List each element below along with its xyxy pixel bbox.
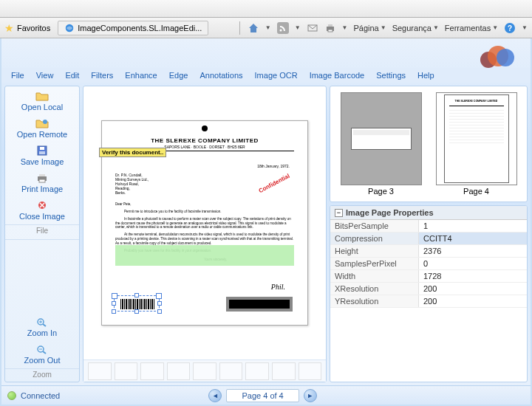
sticky-note-annotation[interactable]: Verify this document.. xyxy=(99,148,166,157)
property-row[interactable]: BitsPerSample1 xyxy=(330,220,527,233)
menu-edge[interactable]: Edge xyxy=(164,69,194,81)
favorites-star-icon: ★ xyxy=(4,22,14,34)
doc-recipient: Dr. P.N. Cundall, Mining Surveys Ltd., H… xyxy=(115,173,149,195)
menu-page[interactable]: Página▼ xyxy=(353,24,386,32)
menu-enhance[interactable]: Enhance xyxy=(120,69,162,81)
rss-icon[interactable] xyxy=(277,22,289,34)
favorites-label[interactable]: Favoritos xyxy=(17,24,50,32)
tool-thumb[interactable] xyxy=(115,362,138,380)
status-bar: Connected ◄ Page 4 of 4 ► xyxy=(1,385,531,405)
property-key: SamplesPerPixel xyxy=(330,258,419,269)
doc-date: 18th January, 1972. xyxy=(257,164,290,168)
pager: ◄ Page 4 of 4 ► xyxy=(208,389,316,402)
tool-thumb[interactable] xyxy=(193,362,216,380)
print-icon[interactable] xyxy=(324,22,336,34)
sidebar-group-file: File xyxy=(5,224,79,238)
document-viewer: THE SLEREXE COMPANY LIMITED SAPORS LANE … xyxy=(83,86,327,382)
property-key: BitsPerSample xyxy=(330,220,419,232)
tool-thumb[interactable] xyxy=(219,362,243,380)
sidebar: Open Local Open Remote Save Image Print … xyxy=(4,86,80,382)
doc-company: THE SLEREXE COMPANY LIMITED xyxy=(115,137,294,144)
property-row[interactable]: SamplesPerPixel0 xyxy=(330,258,527,270)
thumb-label: Page 4 xyxy=(436,187,517,196)
browser-tab[interactable]: ImageComponents.SL.ImageEdi... xyxy=(58,21,208,35)
svg-rect-6 xyxy=(328,30,332,32)
property-key: Compression xyxy=(330,233,419,244)
svg-text:?: ? xyxy=(508,24,512,32)
page-thumbnail-3[interactable]: Page 3 xyxy=(341,92,422,196)
property-value: 200 xyxy=(419,295,527,307)
menu-security[interactable]: Segurança▼ xyxy=(392,24,439,32)
print-image-button[interactable]: Print Image xyxy=(5,168,79,196)
page-indicator: Page 4 of 4 xyxy=(226,389,299,402)
svg-rect-15 xyxy=(39,179,45,182)
menu-view[interactable]: View xyxy=(31,69,59,81)
page-thumbnail-4[interactable]: THE SLEREXE COMPANY LIMITED Page 4 xyxy=(436,92,517,196)
tool-thumb[interactable] xyxy=(140,362,164,380)
zoom-out-icon xyxy=(35,344,49,354)
menu-tools[interactable]: Ferramentas▼ xyxy=(445,24,498,32)
property-value: 1728 xyxy=(419,270,527,282)
property-value: 1 xyxy=(419,220,527,232)
annotation-toolstrip xyxy=(83,359,326,382)
zoom-in-button[interactable]: Zoom In xyxy=(5,312,79,340)
tool-thumb[interactable] xyxy=(88,362,112,380)
app-logo xyxy=(480,44,517,68)
browser-favorites-bar: ★ Favoritos ImageComponents.SL.ImageEdi.… xyxy=(0,18,532,38)
close-icon xyxy=(35,200,49,210)
confidential-stamp[interactable]: Confidential xyxy=(257,173,290,195)
svg-rect-12 xyxy=(39,151,45,154)
svg-rect-11 xyxy=(40,147,44,150)
open-remote-button[interactable]: Open Remote xyxy=(5,114,79,141)
zoom-out-button[interactable]: Zoom Out xyxy=(5,340,79,367)
mail-icon[interactable] xyxy=(307,22,318,34)
svg-point-9 xyxy=(43,120,47,124)
redaction-annotation[interactable] xyxy=(226,297,293,312)
menu-file[interactable]: File xyxy=(6,69,30,81)
property-row[interactable]: CompressionCCITT4 xyxy=(330,233,527,245)
app-menubar: File View Edit Filters Enhance Edge Anno… xyxy=(1,68,531,83)
property-key: Width xyxy=(330,270,419,282)
zoom-in-icon xyxy=(35,317,49,327)
tool-thumb[interactable] xyxy=(245,362,269,380)
close-image-button[interactable]: Close Image xyxy=(5,196,79,223)
save-icon xyxy=(35,145,49,156)
thumbnail-panel: Page 3 THE SLEREXE COMPANY LIMITED Page … xyxy=(330,86,528,202)
svg-point-2 xyxy=(279,29,282,31)
properties-grid[interactable]: BitsPerSample1CompressionCCITT4Height237… xyxy=(330,220,527,382)
menu-filters[interactable]: Filters xyxy=(86,69,118,81)
menu-image-ocr[interactable]: Image OCR xyxy=(250,69,303,81)
svg-rect-5 xyxy=(328,24,332,27)
property-row[interactable]: Width1728 xyxy=(330,270,527,283)
property-row[interactable]: XResolution200 xyxy=(330,283,527,295)
open-local-button[interactable]: Open Local xyxy=(5,86,79,114)
home-icon[interactable] xyxy=(248,22,259,34)
collapse-icon[interactable]: − xyxy=(335,209,343,217)
tool-thumb[interactable] xyxy=(272,362,296,380)
properties-header[interactable]: − Image Page Properties xyxy=(330,206,527,220)
property-row[interactable]: YResolution200 xyxy=(330,295,527,308)
highlight-annotation[interactable] xyxy=(115,245,294,266)
folder-icon xyxy=(35,91,49,101)
menu-annotations[interactable]: Annotations xyxy=(194,69,248,81)
tool-thumb[interactable] xyxy=(167,362,191,380)
tool-thumb[interactable] xyxy=(299,362,322,380)
status-indicator-icon xyxy=(7,391,16,400)
property-row[interactable]: Height2376 xyxy=(330,245,527,258)
menu-help[interactable]: Help xyxy=(412,69,440,81)
menu-image-barcode[interactable]: Image Barcode xyxy=(304,69,370,81)
page-prev-button[interactable]: ◄ xyxy=(208,389,222,402)
document-canvas[interactable]: THE SLEREXE COMPANY LIMITED SAPORS LANE … xyxy=(83,86,326,359)
save-image-button[interactable]: Save Image xyxy=(5,141,79,168)
menu-edit[interactable]: Edit xyxy=(60,69,84,81)
printer-icon xyxy=(35,173,49,183)
property-key: XResolution xyxy=(330,283,419,295)
barcode-selection[interactable] xyxy=(114,295,160,312)
menu-settings[interactable]: Settings xyxy=(371,69,411,81)
property-key: Height xyxy=(330,245,419,257)
barcode-icon xyxy=(120,299,154,309)
property-value: CCITT4 xyxy=(419,233,527,244)
page-next-button[interactable]: ► xyxy=(304,389,317,402)
document-page: THE SLEREXE COMPANY LIMITED SAPORS LANE … xyxy=(101,120,308,326)
help-icon[interactable]: ? xyxy=(504,22,516,34)
